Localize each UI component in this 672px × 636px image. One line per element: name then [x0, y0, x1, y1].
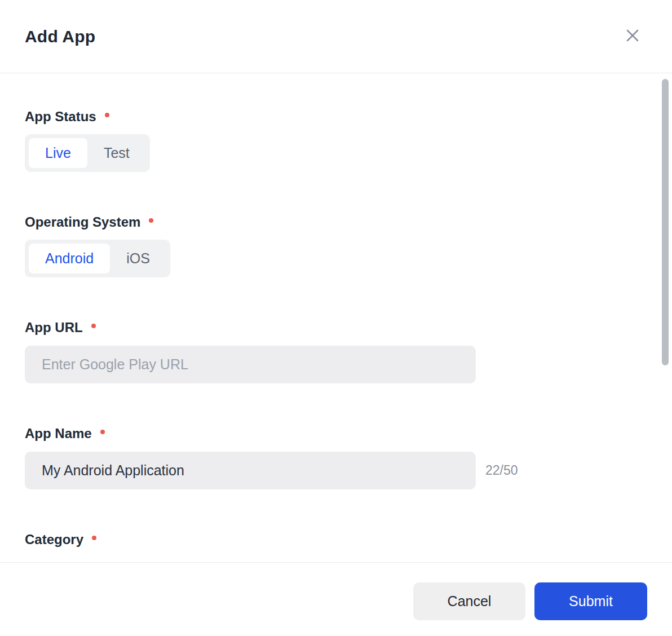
field-app-status: App Status Live Test [25, 108, 647, 172]
required-dot [100, 430, 105, 434]
modal-footer: Cancel Submit [0, 562, 672, 636]
modal-body: App Status Live Test Operating System An… [0, 74, 672, 562]
scrollbar[interactable] [662, 79, 669, 365]
category-label-row: Category [25, 531, 647, 548]
add-app-modal: Add App App Status Live Test Opera [0, 0, 672, 636]
app-url-label-row: App URL [25, 319, 647, 336]
required-dot [91, 324, 96, 328]
app-name-input-row: 22/50 [25, 452, 647, 489]
app-status-toggle: Live Test [25, 134, 150, 172]
field-app-name: App Name 22/50 [25, 425, 647, 489]
field-app-url: App URL [25, 319, 647, 383]
operating-system-label-row: Operating System [25, 214, 647, 231]
field-category: Category [25, 531, 647, 548]
required-dot [149, 218, 153, 223]
submit-button[interactable]: Submit [534, 582, 647, 620]
app-status-option-test[interactable]: Test [87, 138, 146, 168]
operating-system-label: Operating System [25, 214, 140, 231]
modal-header: Add App [0, 0, 672, 73]
app-name-label-row: App Name [25, 425, 647, 442]
app-status-label-row: App Status [25, 108, 647, 125]
char-counter: 22/50 [485, 463, 518, 478]
app-name-label: App Name [25, 425, 92, 442]
app-url-input-row [25, 346, 647, 383]
app-url-label: App URL [25, 319, 83, 336]
field-operating-system: Operating System Android iOS [25, 214, 647, 277]
app-url-input[interactable] [25, 346, 476, 383]
close-button[interactable] [622, 26, 643, 47]
required-dot [92, 536, 96, 540]
cancel-button[interactable]: Cancel [413, 582, 525, 620]
app-name-input[interactable] [25, 452, 476, 489]
os-option-ios[interactable]: iOS [110, 244, 166, 273]
operating-system-toggle: Android iOS [25, 240, 170, 277]
app-status-option-live[interactable]: Live [29, 138, 87, 168]
required-dot [105, 113, 109, 117]
app-status-label: App Status [25, 108, 96, 125]
os-option-android[interactable]: Android [29, 244, 110, 273]
close-icon [625, 28, 640, 45]
modal-title: Add App [25, 27, 95, 46]
category-label: Category [25, 531, 83, 548]
